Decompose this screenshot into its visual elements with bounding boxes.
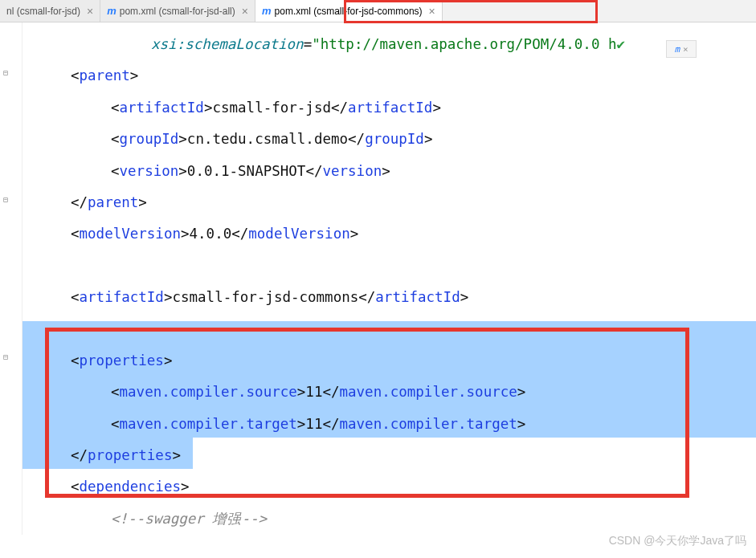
code-line: <parent> — [24, 60, 756, 92]
watermark: CSDN @今天你学Java了吗 — [609, 534, 746, 548]
tab-label: pom.xml (csmall-for-jsd-commons) — [275, 6, 423, 17]
code-line: <artifactId>csmall-for-jsd-commons</arti… — [24, 282, 756, 313]
close-icon[interactable]: × — [87, 5, 93, 18]
fold-icon[interactable]: ⊟ — [3, 64, 18, 72]
code-line: <version>0.0.1-SNAPSHOT</version> — [24, 156, 756, 187]
maven-icon: m — [262, 5, 272, 17]
fold-icon[interactable]: ⊟ — [3, 191, 18, 199]
code-line: </parent> — [24, 187, 756, 218]
tab-pom-commons[interactable]: m pom.xml (csmall-for-jsd-commons) × — [255, 0, 443, 22]
code-line: </properties> — [24, 440, 756, 471]
check-icon: ✔ — [617, 36, 626, 52]
code-editor[interactable]: ⊟ ⊟ ⊟ xsi:schemaLocation="http://maven.a… — [0, 22, 756, 535]
close-icon[interactable]: × — [429, 5, 435, 18]
tab-label: pom.xml (csmall-for-jsd-all) — [120, 6, 235, 17]
code-line-empty — [24, 250, 756, 282]
code-line-empty — [24, 313, 756, 344]
fold-icon[interactable]: ⊟ — [3, 348, 18, 356]
code-line: <maven.compiler.source>11</maven.compile… — [24, 377, 756, 408]
code-line: xsi:schemaLocation="http://maven.apache.… — [24, 29, 756, 60]
tab-csmall-for-jsd[interactable]: nl (csmall-for-jsd) × — [0, 0, 100, 22]
code-line: <properties> — [24, 345, 756, 377]
code-line: <modelVersion>4.0.0</modelVersion> — [24, 218, 756, 250]
code-line: <dependencies> — [24, 471, 756, 503]
tab-label: nl (csmall-for-jsd) — [6, 6, 80, 17]
code-line: <artifactId>csmall-for-jsd</artifactId> — [24, 92, 756, 124]
code-line: <groupId>cn.tedu.csmall.demo</groupId> — [24, 124, 756, 155]
maven-icon: m — [107, 5, 116, 17]
editor-tabs: nl (csmall-for-jsd) × m pom.xml (csmall-… — [0, 0, 756, 22]
code-line: <!--swagger 增强--> — [24, 503, 756, 535]
tab-pom-all[interactable]: m pom.xml (csmall-for-jsd-all) × — [100, 0, 255, 22]
gutter: ⊟ ⊟ ⊟ — [0, 22, 22, 535]
close-icon[interactable]: × — [242, 5, 248, 18]
code-line: <maven.compiler.target>11</maven.compile… — [24, 409, 756, 440]
